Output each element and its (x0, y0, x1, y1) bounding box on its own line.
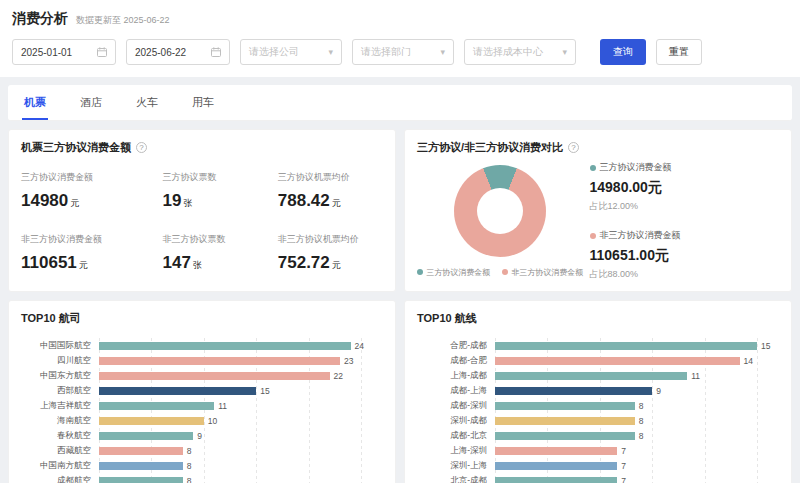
legend-dot (502, 269, 508, 275)
bar-row: 四川航空 23 (21, 353, 383, 368)
bar-category-label: 合肥-成都 (417, 340, 495, 352)
page-title: 消费分析 (12, 10, 68, 28)
help-icon[interactable]: ? (136, 142, 147, 153)
tab-train[interactable]: 火车 (134, 85, 160, 120)
bar (495, 477, 617, 483)
summary-card-title: 机票三方协议消费金额 (21, 140, 131, 155)
company-select[interactable]: 请选择公司 ▾ (240, 39, 342, 65)
donut-column: 三方协议消费金额非三方协议消费金额 (417, 165, 584, 278)
bar (99, 447, 183, 455)
metrics-grid: 三方协议消费金额 14980元 三方协议票数 19张 三方协议机票均价 788.… (21, 171, 383, 273)
bar-category-label: 成都航空 (21, 475, 99, 483)
tab-flight[interactable]: 机票 (22, 85, 48, 120)
metric-unit: 元 (332, 260, 341, 270)
bar-track: 24 (99, 338, 361, 353)
bar-value-label: 8 (187, 461, 192, 471)
bar-row: 中国国际航空 24 (21, 338, 383, 353)
metric: 三方协议机票均价 788.42元 (278, 171, 383, 211)
bar-track: 8 (495, 428, 757, 443)
bar (495, 447, 617, 455)
routes-chart: 合肥-成都 15 成都-合肥 14 上海-成都 11 (417, 338, 779, 483)
comparison-stats: 三方协议消费金额 14980.00元 占比12.00% 非三方协议消费金额 11… (584, 161, 779, 281)
stat: 非三方协议消费金额 110651.00元 占比88.00% (590, 229, 779, 281)
tab-car[interactable]: 用车 (190, 85, 216, 120)
chevron-down-icon: ▾ (328, 48, 333, 57)
query-button[interactable]: 查询 (600, 39, 646, 65)
legend-item[interactable]: 非三方协议消费金额 (502, 267, 583, 278)
bar-track: 11 (495, 368, 757, 383)
bar (495, 432, 635, 440)
bar-value-label: 8 (187, 446, 192, 456)
bar-row: 深圳-上海 7 (417, 458, 779, 473)
legend-item[interactable]: 三方协议消费金额 (417, 267, 490, 278)
stat-label: 三方协议消费金额 (590, 161, 779, 174)
metric: 非三方协议机票均价 752.72元 (278, 233, 383, 273)
airlines-chart-title: TOP10 航司 (21, 311, 383, 326)
comparison-card-title: 三方协议/非三方协议消费对比 (417, 140, 563, 155)
bar-track: 10 (99, 413, 361, 428)
bar-row: 成都航空 8 (21, 473, 383, 483)
bar-track: 7 (495, 443, 757, 458)
cost-center-select[interactable]: 请选择成本中心 ▾ (464, 39, 576, 65)
company-select-placeholder: 请选择公司 (249, 45, 299, 59)
main-content: 机票酒店火车用车 机票三方协议消费金额 ? 三方协议消费金额 14980元 三方… (0, 77, 800, 483)
bar (99, 477, 183, 483)
start-date-input[interactable]: 2025-01-01 (12, 39, 116, 65)
metric: 三方协议消费金额 14980元 (21, 171, 153, 211)
bar-category-label: 上海吉祥航空 (21, 400, 99, 412)
bar-row: 成都-北京 8 (417, 428, 779, 443)
bar-track: 15 (99, 383, 361, 398)
top10-routes-card: TOP10 航线 合肥-成都 15 成都-合肥 14 上海-成都 (404, 300, 792, 483)
bar (99, 357, 340, 365)
bar-row: 合肥-成都 15 (417, 338, 779, 353)
tab-hotel[interactable]: 酒店 (78, 85, 104, 120)
bar-track: 11 (99, 398, 361, 413)
bar-category-label: 成都-上海 (417, 385, 495, 397)
bar-category-label: 成都-合肥 (417, 355, 495, 367)
bar (99, 372, 330, 380)
bar-row: 上海吉祥航空 11 (21, 398, 383, 413)
page-header: 消费分析 数据更新至 2025-06-22 2025-01-01 2025-06… (0, 0, 800, 77)
comparison-body: 三方协议消费金额非三方协议消费金额 三方协议消费金额 14980.00元 占比1… (417, 161, 779, 281)
summary-card-title-row: 机票三方协议消费金额 ? (21, 140, 383, 155)
routes-chart-title: TOP10 航线 (417, 311, 779, 326)
bar-category-label: 西部航空 (21, 385, 99, 397)
chevron-down-icon: ▾ (562, 48, 567, 57)
metric: 非三方协议消费金额 110651元 (21, 233, 153, 273)
bar-value-label: 9 (197, 431, 202, 441)
bar (99, 432, 193, 440)
bar-value-label: 8 (639, 401, 644, 411)
bar-value-label: 8 (639, 431, 644, 441)
bar (495, 357, 740, 365)
stat-dot (590, 165, 596, 171)
help-icon[interactable]: ? (568, 142, 579, 153)
chevron-down-icon: ▾ (440, 48, 445, 57)
department-select[interactable]: 请选择部门 ▾ (352, 39, 454, 65)
reset-button[interactable]: 重置 (656, 39, 702, 65)
bar-value-label: 8 (187, 476, 192, 483)
bar-category-label: 深圳-成都 (417, 415, 495, 427)
bar-row: 北京-成都 7 (417, 473, 779, 483)
end-date-input[interactable]: 2025-06-22 (126, 39, 230, 65)
metric-unit: 元 (332, 198, 341, 208)
bar-row: 西藏航空 8 (21, 443, 383, 458)
metric: 三方协议票数 19张 (163, 171, 268, 211)
metric-label: 非三方协议消费金额 (21, 233, 153, 246)
bar-row: 成都-合肥 14 (417, 353, 779, 368)
metric-label: 三方协议机票均价 (278, 171, 383, 184)
bar-track: 14 (495, 353, 757, 368)
department-select-placeholder: 请选择部门 (361, 45, 411, 59)
metric-unit: 元 (70, 198, 79, 208)
bar (495, 462, 617, 470)
bar-rows: 合肥-成都 15 成都-合肥 14 上海-成都 11 (417, 338, 779, 483)
bar-category-label: 春秋航空 (21, 430, 99, 442)
bar (495, 342, 757, 350)
bar-track: 7 (495, 473, 757, 483)
stat-value: 14980.00元 (590, 179, 779, 197)
filter-bar: 2025-01-01 2025-06-22 请选择公司 ▾ 请选择部门 ▾ 请选… (12, 39, 788, 65)
bar-track: 8 (495, 413, 757, 428)
bar-row: 上海-深圳 7 (417, 443, 779, 458)
bar-category-label: 中国东方航空 (21, 370, 99, 382)
bar (495, 372, 687, 380)
bar-value-label: 15 (260, 386, 269, 396)
